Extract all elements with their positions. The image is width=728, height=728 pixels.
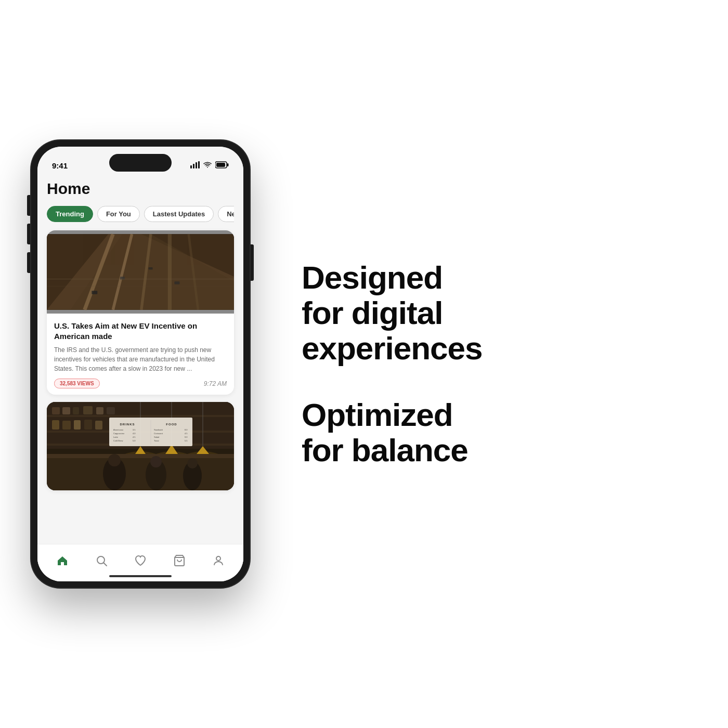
card-meta-1: 32,583 VIEWS 9:72 AM xyxy=(54,379,227,388)
nav-favorites[interactable] xyxy=(127,551,154,570)
app-title: Home xyxy=(47,180,234,198)
nav-cart[interactable] xyxy=(166,551,193,570)
svg-rect-2 xyxy=(196,162,197,168)
status-time: 9:41 xyxy=(52,161,68,170)
taglines-section: Designed for digital experiences Optimiz… xyxy=(281,260,697,469)
page-wrapper: 9:41 xyxy=(0,0,728,728)
phone-shell: 9:41 xyxy=(31,140,250,588)
svg-rect-5 xyxy=(227,163,229,166)
svg-rect-21 xyxy=(174,281,179,284)
article-image-2: DRINKS FOOD Americano 3.5 Cappuccino 4.0… xyxy=(47,402,234,490)
tab-new-items[interactable]: New Items xyxy=(218,206,234,222)
svg-point-81 xyxy=(216,556,220,561)
tagline-2-line1: Optimized xyxy=(302,397,453,433)
tagline-1: Designed for digital experiences xyxy=(302,260,697,367)
card-time-1: 9:72 AM xyxy=(204,380,227,387)
tab-for-you[interactable]: For You xyxy=(97,206,140,222)
tagline-2: Optimized for balance xyxy=(302,397,697,468)
tagline-1-line2: for digital xyxy=(302,295,443,331)
article-card-1[interactable]: U.S. Takes Aim at New EV Incentive on Am… xyxy=(47,230,234,395)
tab-trending[interactable]: Trending xyxy=(47,206,93,222)
tagline-2-line2: for balance xyxy=(302,432,468,468)
card-excerpt-1: The IRS and the U.S. government are tryi… xyxy=(54,345,227,373)
svg-rect-20 xyxy=(148,267,152,270)
status-icons xyxy=(190,161,229,170)
article-card-2[interactable]: DRINKS FOOD Americano 3.5 Cappuccino 4.0… xyxy=(47,402,234,490)
svg-rect-6 xyxy=(216,163,225,167)
svg-rect-0 xyxy=(190,165,192,168)
svg-rect-17 xyxy=(47,234,234,309)
screen-content: Home Trending For You Lastest Updates Ne… xyxy=(37,176,243,581)
card-body-1: U.S. Takes Aim at New EV Incentive on Am… xyxy=(47,314,234,395)
wifi-icon xyxy=(203,161,212,170)
nav-home[interactable] xyxy=(49,551,76,570)
nav-search[interactable] xyxy=(88,551,115,570)
dynamic-island xyxy=(109,154,172,172)
svg-rect-1 xyxy=(193,164,194,168)
views-badge-1: 32,583 VIEWS xyxy=(54,379,100,388)
battery-icon xyxy=(215,161,229,170)
tab-latest-updates[interactable]: Lastest Updates xyxy=(144,206,214,222)
signal-icon xyxy=(190,161,200,170)
nav-profile[interactable] xyxy=(205,551,232,570)
svg-line-79 xyxy=(103,563,107,566)
svg-rect-3 xyxy=(198,161,200,168)
svg-rect-18 xyxy=(92,291,97,294)
svg-rect-77 xyxy=(47,402,234,490)
phone-mockup: 9:41 xyxy=(31,140,250,588)
tagline-1-line3: experiences xyxy=(302,330,482,366)
home-indicator xyxy=(109,575,172,577)
card-headline-1: U.S. Takes Aim at New EV Incentive on Am… xyxy=(54,321,227,341)
filter-tabs: Trending For You Lastest Updates New Ite… xyxy=(47,206,234,222)
tagline-1-line1: Designed xyxy=(302,259,443,295)
phone-screen: 9:41 xyxy=(37,147,243,581)
screen-scrollable: Home Trending For You Lastest Updates Ne… xyxy=(37,176,243,544)
article-image-1 xyxy=(47,230,234,314)
